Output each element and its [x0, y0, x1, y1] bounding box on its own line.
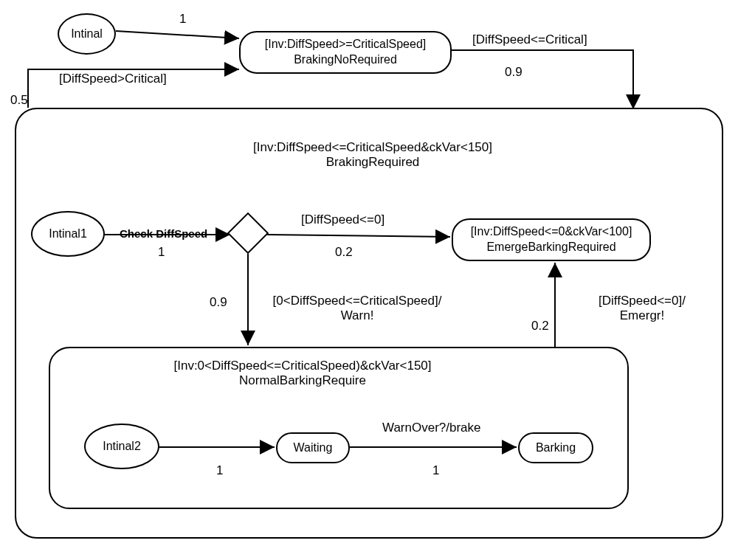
- edge-init2-wait-prob: 1: [216, 463, 223, 478]
- edge-bnr-br-guard: [DiffSpeed<=Critical]: [472, 32, 587, 47]
- barking-state: Barking: [518, 432, 593, 463]
- emerge-inv: [Inv:DiffSpeed<=0&ckVar<100]: [471, 224, 632, 240]
- normal-inv: [Inv:0<DiffSpeed<=CriticalSpeed)&ckVar<1…: [148, 359, 458, 373]
- waiting-state: Waiting: [276, 432, 350, 463]
- edge-diamond-normal-guard: [0<DiffSpeed<=CriticalSpeed]/ Warn!: [261, 294, 453, 323]
- edge-init1-prob: 1: [158, 245, 165, 260]
- emerge-barking-required-state: [Inv:DiffSpeed<=0&ckVar<100] EmergeBarki…: [452, 218, 651, 261]
- waiting-label: Waiting: [294, 440, 333, 456]
- bnr-inv: [Inv:DiffSpeed>=CriticalSpeed]: [265, 37, 427, 52]
- edge-diamond-emerge-prob: 0.2: [335, 245, 353, 260]
- edge-wait-bark-prob: 1: [432, 463, 439, 478]
- braking-required-title: [Inv:DiffSpeed<=CriticalSpeed&ckVar<150]…: [214, 140, 531, 170]
- edge-wait-bark-guard: WarnOver?/brake: [382, 421, 481, 435]
- initial2-state: Intinal2: [84, 424, 159, 469]
- edge-init-bnr-prob: 1: [179, 12, 186, 27]
- edge-diamond-emerge-guard: [DiffSpeed<=0]: [301, 212, 384, 227]
- br-name: BrakingRequired: [214, 155, 531, 170]
- normal-name: NormalBarkingRequire: [148, 373, 458, 388]
- edge-normal-emerge-guard: [DiffSpeed<=0]/ Emergr!: [583, 294, 701, 323]
- edge-br-bnr-prob: 0.5: [10, 93, 28, 108]
- braking-no-required-state: [Inv:DiffSpeed>=CriticalSpeed] BrakingNo…: [239, 31, 452, 74]
- initial-state: Intinal: [58, 13, 116, 55]
- barking-label: Barking: [536, 440, 576, 456]
- edge-bnr-br-prob: 0.9: [505, 65, 523, 80]
- edge-init1-check: Check DiffSpeed: [120, 227, 207, 240]
- initial1-state: Intinal1: [31, 211, 105, 257]
- emerge-name: EmergeBarkingRequired: [486, 240, 615, 255]
- initial2-label: Intinal2: [103, 440, 141, 453]
- initial1-label: Intinal1: [49, 227, 87, 241]
- edge-br-bnr-guard: [DiffSpeed>Critical]: [59, 72, 167, 86]
- edge-diamond-normal-prob: 0.9: [210, 295, 227, 310]
- bnr-name: BrakingNoRequired: [294, 52, 397, 68]
- initial-label: Intinal: [71, 27, 103, 41]
- br-inv: [Inv:DiffSpeed<=CriticalSpeed&ckVar<150]: [214, 140, 531, 155]
- normal-barking-require-title: [Inv:0<DiffSpeed<=CriticalSpeed)&ckVar<1…: [148, 359, 458, 388]
- edge-normal-emerge-prob: 0.2: [531, 319, 549, 333]
